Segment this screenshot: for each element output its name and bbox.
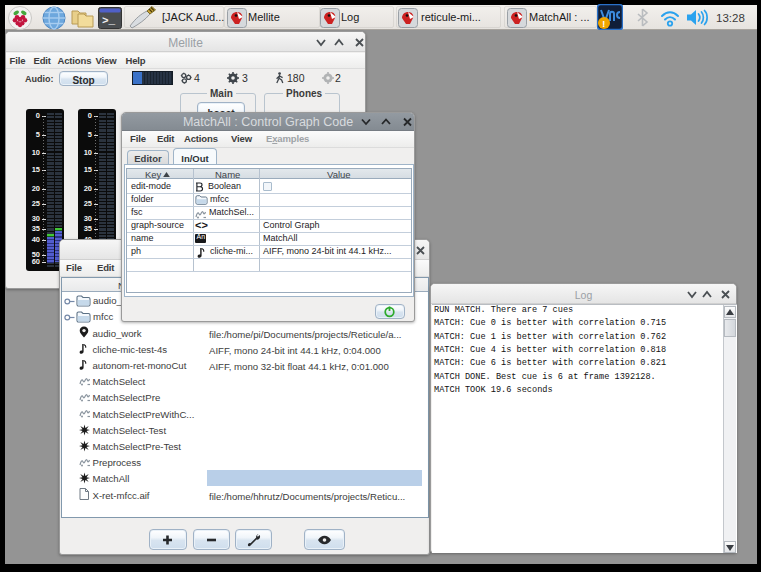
svg-text:>_: >_ [102,15,116,27]
svg-text:!: ! [602,19,605,29]
